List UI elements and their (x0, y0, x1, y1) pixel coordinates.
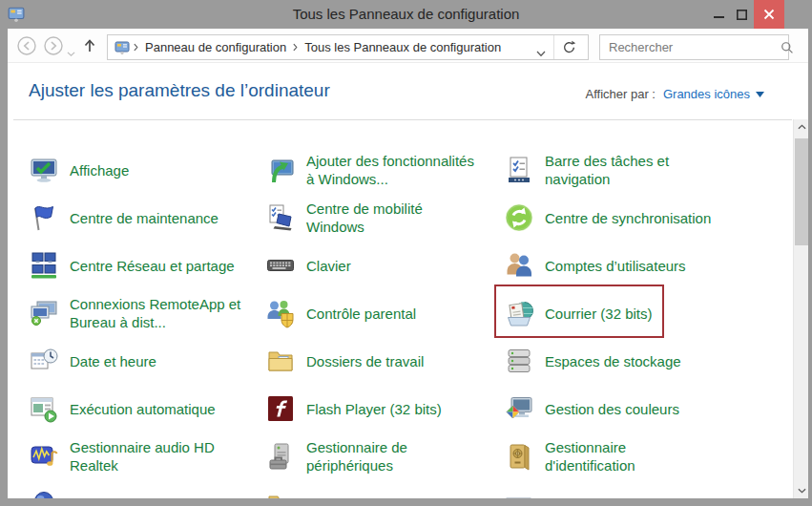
title-bar[interactable]: Tous les Panneaux de configuration (0, 0, 812, 29)
refresh-icon (562, 40, 576, 54)
panel-item-connexions-remoteapp[interactable]: Connexions RemoteApp et Bureau à dist... (29, 289, 240, 337)
scroll-up-button[interactable] (794, 119, 808, 135)
search-input[interactable] (600, 40, 777, 54)
control-panel-icon (115, 40, 130, 55)
scrollbar-thumb[interactable] (795, 138, 808, 245)
remote-desktop-icon (29, 298, 59, 328)
breadcrumb-item[interactable]: Tous les Panneaux de configuration (299, 40, 507, 54)
panel-item-label: Icônes de la zone de (545, 495, 677, 499)
panel-item-label: Exécution automatique (70, 400, 216, 418)
panel-item-label: Gestionnaire d'identification (545, 438, 635, 474)
maximize-button[interactable] (731, 0, 752, 29)
items-grid: AffichageAjouter des fonctionnalités à W… (8, 63, 808, 498)
panel-item-label: Clavier (306, 257, 351, 275)
breadcrumb-separator-icon (293, 43, 298, 52)
panel-item-date-heure[interactable]: Date et heure (29, 337, 156, 385)
maximize-icon (737, 10, 747, 20)
sync-arrows-icon (504, 202, 534, 233)
panel-item-label: Connexions RemoteApp et Bureau à dist... (70, 295, 240, 331)
panel-item-controle-parental[interactable]: Contrôle parental (265, 289, 416, 337)
panel-item-centre-maintenance[interactable]: Centre de maintenance (29, 194, 219, 242)
panel-item-item-partial-2[interactable] (265, 480, 296, 498)
panel-item-barre-taches-navigation[interactable]: Barre des tâches et navigation (504, 146, 669, 194)
scroll-down-button[interactable] (794, 483, 808, 498)
panel-item-execution-automatique[interactable]: Exécution automatique (29, 385, 216, 432)
breadcrumb: Panneau de configurationTous les Panneau… (133, 40, 529, 54)
panel-item-label: Ajouter des fonctionnalités à Windows... (306, 152, 474, 188)
panel-item-icones-zone-notification[interactable]: Icônes de la zone de (504, 480, 677, 498)
mail-globe-icon (504, 298, 534, 328)
credential-safe-icon (504, 441, 534, 472)
panel-item-flash-player[interactable]: Flash Player (32 bits) (265, 385, 442, 432)
panel-item-centre-reseau-partage[interactable]: Centre Réseau et partage (29, 242, 235, 289)
navigation-bar: Panneau de configurationTous les Panneau… (8, 29, 808, 63)
close-icon (763, 9, 775, 20)
panel-item-label: Contrôle parental (306, 305, 416, 323)
panel-item-label: Barre des tâches et navigation (545, 152, 669, 188)
window-title: Tous les Panneaux de configuration (0, 0, 812, 29)
panel-item-label: Affichage (70, 161, 129, 179)
panel-item-gestionnaire-peripheriques[interactable]: Gestionnaire de périphériques (265, 432, 407, 480)
panel-item-label: Centre de synchronisation (545, 209, 711, 227)
address-dropdown-icon[interactable] (536, 44, 546, 51)
panel-item-gestionnaire-audio-hd-realtek[interactable]: Gestionnaire audio HD Realtek (29, 432, 215, 480)
panel-item-ajouter-fonctionnalites[interactable]: Ajouter des fonctionnalités à Windows... (265, 146, 474, 194)
panel-item-dossiers-travail[interactable]: Dossiers de travail (265, 337, 424, 385)
storage-stack-icon (504, 346, 534, 376)
forward-button[interactable] (44, 36, 63, 55)
taskbar-fragment-icon (504, 489, 534, 498)
breadcrumb-separator-icon (134, 43, 138, 52)
panel-item-affichage[interactable]: Affichage (29, 146, 129, 194)
panel-item-label: Centre de mobilité Windows (306, 200, 423, 236)
address-bar[interactable]: Panneau de configurationTous les Panneau… (107, 34, 589, 60)
panel-item-espaces-stockage[interactable]: Espaces de stockage (504, 337, 681, 385)
network-computers-icon (29, 250, 59, 281)
chevron-up-icon (798, 124, 806, 130)
panel-item-label: Gestionnaire de périphériques (306, 438, 407, 474)
refresh-button[interactable] (562, 40, 576, 54)
checklist-taskbar-icon (504, 155, 534, 185)
panel-item-label: Dossiers de travail (306, 352, 424, 370)
two-users-icon (504, 250, 534, 281)
panel-item-label: Gestionnaire audio HD Realtek (70, 438, 215, 474)
search-icon[interactable] (781, 41, 794, 54)
up-button[interactable] (82, 38, 97, 53)
panel-item-courrier[interactable]: Courrier (32 bits) (504, 289, 653, 337)
panel-item-centre-synchronisation[interactable]: Centre de synchronisation (504, 194, 711, 242)
panel-item-item-partial-1[interactable] (29, 480, 59, 498)
up-arrow-icon (82, 38, 97, 53)
panel-item-clavier[interactable]: Clavier (265, 242, 351, 289)
panel-item-comptes-utilisateurs[interactable]: Comptes d’utilisateurs (504, 242, 686, 289)
control-panel-window: Tous les Panneaux de configuration P (0, 0, 812, 506)
vertical-scrollbar[interactable] (793, 119, 808, 498)
panel-item-label: Centre Réseau et partage (70, 257, 235, 275)
panel-item-gestionnaire-identification[interactable]: Gestionnaire d'identification (504, 432, 635, 480)
search-box (599, 34, 789, 60)
flash-icon (265, 393, 296, 424)
forward-arrow-icon (44, 36, 63, 55)
calendar-clock-icon (29, 346, 59, 376)
back-arrow-icon (17, 36, 36, 55)
blue-sphere-icon (29, 489, 59, 498)
panel-item-label: Comptes d’utilisateurs (545, 257, 686, 275)
laptop-checklist-icon (265, 202, 296, 233)
minimize-icon (714, 10, 724, 19)
keyboard-icon (265, 250, 296, 281)
address-bar-divider (553, 35, 554, 59)
close-button[interactable] (754, 0, 784, 29)
breadcrumb-item[interactable]: Panneau de configuration (139, 40, 292, 54)
panel-item-label: Espaces de stockage (545, 352, 681, 370)
monitor-up-arrow-icon (265, 155, 296, 185)
color-monitor-icon (504, 393, 534, 424)
audio-waveform-icon (29, 441, 59, 472)
minimize-button[interactable] (708, 0, 729, 29)
panel-item-centre-mobilite[interactable]: Centre de mobilité Windows (265, 194, 423, 242)
panel-item-label: Courrier (32 bits) (545, 305, 653, 323)
panel-item-gestion-couleurs[interactable]: Gestion des couleurs (504, 385, 679, 432)
back-button[interactable] (17, 36, 36, 55)
content-area: Ajuster les paramètres de l’ordinateur A… (8, 63, 808, 498)
folder-partial-icon (265, 489, 296, 498)
work-folder-icon (265, 346, 296, 376)
display-check-icon (29, 155, 59, 185)
recent-pages-chevron-icon[interactable] (67, 43, 75, 49)
